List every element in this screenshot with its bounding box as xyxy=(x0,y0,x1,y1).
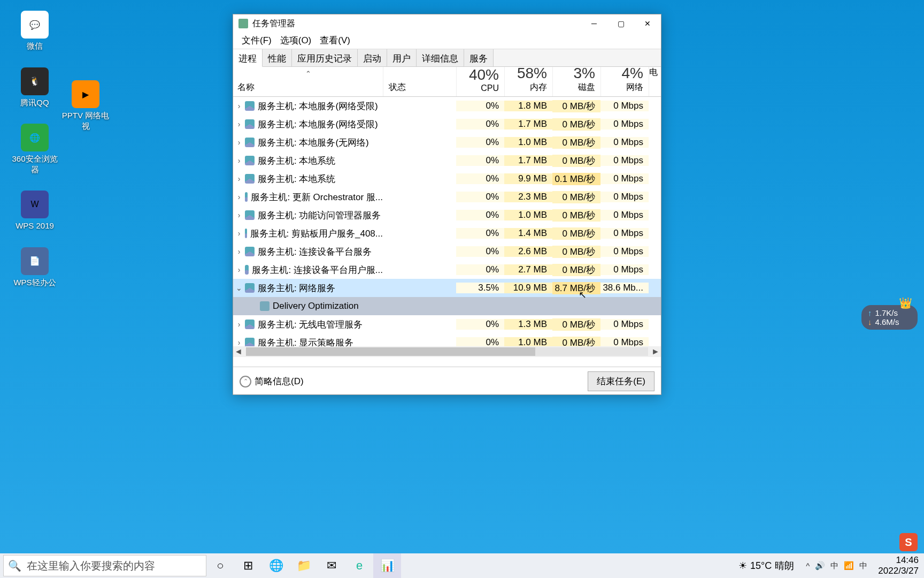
expand-icon[interactable]: › xyxy=(233,211,245,219)
cell-net: 0 Mbps xyxy=(600,119,649,130)
process-name: 服务主机: 本地系统 xyxy=(245,173,383,185)
table-row[interactable]: ›服务主机: 连接设备平台服务0%2.6 MB0 MB/秒0 Mbps xyxy=(233,242,661,261)
expand-icon[interactable]: › xyxy=(233,193,245,201)
desktop-icon[interactable]: 📄WPS轻办公 xyxy=(11,247,59,288)
cell-cpu: 0% xyxy=(456,264,504,275)
tray-volume-icon[interactable]: 🔊 xyxy=(815,561,825,571)
desktop-icon[interactable]: 🌐360安全浏览器 xyxy=(11,124,59,174)
gear-icon xyxy=(245,192,248,202)
table-row[interactable]: ›服务主机: 本地系统0%1.7 MB0 MB/秒0 Mbps xyxy=(233,151,661,170)
table-row[interactable]: ›服务主机: 功能访问管理器服务0%1.0 MB0 MB/秒0 Mbps xyxy=(233,206,661,224)
menu-file[interactable]: 文件(F) xyxy=(237,33,276,49)
minimize-button[interactable]: ─ xyxy=(581,14,607,33)
h-scrollbar[interactable]: ◄ ► xyxy=(233,346,661,357)
table-row[interactable]: ›服务主机: 无线电管理服务0%1.3 MB0 MB/秒0 Mbps xyxy=(233,315,661,333)
col-disk[interactable]: 3% 磁盘 xyxy=(552,67,600,96)
cell-mem: 2.6 MB xyxy=(504,246,552,257)
search-icon: 🔍 xyxy=(8,559,21,572)
tab-app-history[interactable]: 应用历史记录 xyxy=(292,49,358,66)
expand-icon[interactable]: › xyxy=(233,247,245,256)
maximize-button[interactable]: ▢ xyxy=(607,14,634,33)
col-memory[interactable]: 58% 内存 xyxy=(504,67,552,96)
scroll-track[interactable] xyxy=(246,347,648,356)
desktop-icon[interactable]: ▶PPTV 网络电视 xyxy=(61,80,110,131)
scroll-thumb[interactable] xyxy=(246,347,535,356)
tray-wifi-icon[interactable]: 📶 xyxy=(844,561,854,571)
chevron-up-icon: ⌃ xyxy=(240,376,251,387)
desktop-icon[interactable]: 🐧腾讯QQ xyxy=(11,67,59,108)
titlebar[interactable]: 任务管理器 ─ ▢ ✕ xyxy=(233,14,661,33)
clock[interactable]: 14:46 2022/3/27 xyxy=(873,555,924,576)
system-tray[interactable]: ^ 🔊 中 📶 中 xyxy=(800,561,873,571)
cortana-icon[interactable]: ○ xyxy=(206,553,234,578)
app-icon xyxy=(238,19,248,28)
desktop-icon[interactable]: 💬微信 xyxy=(11,11,59,51)
cell-mem: 1.0 MB xyxy=(504,337,552,346)
tab-startup[interactable]: 启动 xyxy=(358,49,387,66)
weather-widget[interactable]: ☀ 15°C 晴朗 xyxy=(732,559,800,572)
table-row[interactable]: ›服务主机: 更新 Orchestrator 服...0%2.3 MB0 MB/… xyxy=(233,188,661,206)
explorer-icon[interactable]: 📁 xyxy=(290,553,318,578)
tray-lang-icon[interactable]: 中 xyxy=(859,561,867,571)
net-speed-widget[interactable]: 👑 ↑1.7K/s ↓4.6M/s xyxy=(861,305,918,330)
tab-services[interactable]: 服务 xyxy=(464,49,494,66)
col-extra[interactable]: 电 xyxy=(649,67,659,96)
expand-icon[interactable]: › xyxy=(233,320,245,329)
mail-icon[interactable]: ✉ xyxy=(318,553,345,578)
tab-processes[interactable]: 进程 xyxy=(233,49,263,67)
tray-ime-icon[interactable]: 中 xyxy=(830,561,838,571)
process-name: 服务主机: 本地服务(网络受限) xyxy=(245,118,383,131)
expand-icon[interactable]: ⌄ xyxy=(233,284,245,292)
expand-icon[interactable]: › xyxy=(233,102,245,110)
cell-disk: 0.1 MB/秒 xyxy=(552,173,600,185)
tray-chevron-icon[interactable]: ^ xyxy=(806,561,810,571)
menu-options[interactable]: 选项(O) xyxy=(276,33,316,49)
col-cpu[interactable]: 40% CPU xyxy=(456,67,504,96)
menu-view[interactable]: 查看(V) xyxy=(315,33,355,49)
scroll-right-icon[interactable]: ► xyxy=(650,347,661,356)
tab-performance[interactable]: 性能 xyxy=(263,49,292,66)
table-row[interactable]: ⌄服务主机: 网络服务3.5%10.9 MB8.7 MB/秒38.6 Mb... xyxy=(233,279,661,297)
search-box[interactable]: 🔍 在这里输入你要搜索的内容 xyxy=(3,555,206,576)
table-row[interactable]: ›服务主机: 剪贴板用户服务_408...0%1.4 MB0 MB/秒0 Mbp… xyxy=(233,224,661,242)
col-network[interactable]: 4% 网络 xyxy=(600,67,649,96)
table-row[interactable]: ›服务主机: 显示策略服务0%1.0 MB0 MB/秒0 Mbps xyxy=(233,333,661,346)
cell-disk: 0 MB/秒 xyxy=(552,191,600,203)
expand-icon[interactable]: › xyxy=(233,174,245,183)
table-row[interactable]: ›服务主机: 本地服务(无网络)0%1.0 MB0 MB/秒0 Mbps xyxy=(233,133,661,151)
browser-icon[interactable]: e xyxy=(345,553,373,578)
scroll-left-icon[interactable]: ◄ xyxy=(233,347,244,356)
process-name: 服务主机: 连接设备平台用户服... xyxy=(245,264,383,276)
table-row[interactable]: ›服务主机: 本地服务(网络受限)0%1.8 MB0 MB/秒0 Mbps xyxy=(233,97,661,115)
close-button[interactable]: ✕ xyxy=(634,14,661,33)
expand-icon[interactable]: › xyxy=(233,229,245,238)
taskmgr-icon[interactable]: 📊 xyxy=(373,553,401,578)
cell-net: 0 Mbps xyxy=(600,228,649,239)
desktop-icon-label: 微信 xyxy=(11,41,59,51)
cell-cpu: 0% xyxy=(456,101,504,111)
cell-disk: 0 MB/秒 xyxy=(552,209,600,222)
table-row[interactable]: ›服务主机: 本地服务(网络受限)0%1.7 MB0 MB/秒0 Mbps xyxy=(233,115,661,133)
grid-body[interactable]: ›服务主机: 本地服务(网络受限)0%1.8 MB0 MB/秒0 Mbps›服务… xyxy=(233,97,661,346)
edge-icon[interactable]: 🌐 xyxy=(262,553,290,578)
table-row[interactable]: ›服务主机: 本地系统0%9.9 MB0.1 MB/秒0 Mbps xyxy=(233,170,661,188)
end-task-button[interactable]: 结束任务(E) xyxy=(588,371,654,391)
tab-users[interactable]: 用户 xyxy=(387,49,417,66)
task-manager-window: 任务管理器 ─ ▢ ✕ 文件(F) 选项(O) 查看(V) 进程 性能 应用历史… xyxy=(233,14,661,395)
col-state[interactable]: 状态 xyxy=(383,67,456,96)
table-row[interactable]: ›服务主机: 连接设备平台用户服...0%2.7 MB0 MB/秒0 Mbps xyxy=(233,261,661,279)
sogou-ime-icon[interactable]: S xyxy=(899,533,918,551)
desktop-icon[interactable]: WWPS 2019 xyxy=(11,191,59,231)
tab-details[interactable]: 详细信息 xyxy=(417,49,464,66)
expand-icon[interactable]: › xyxy=(233,265,245,274)
table-row[interactable]: Delivery Optimization xyxy=(233,297,661,315)
expand-icon[interactable]: › xyxy=(233,138,245,147)
fewer-details-button[interactable]: ⌃ 简略信息(D) xyxy=(240,375,304,387)
expand-icon[interactable]: › xyxy=(233,338,245,346)
expand-icon[interactable]: › xyxy=(233,120,245,128)
cell-mem: 1.7 MB xyxy=(504,119,552,130)
cell-mem: 10.9 MB xyxy=(504,283,552,293)
col-name[interactable]: ⌃ 名称 xyxy=(233,67,383,96)
expand-icon[interactable]: › xyxy=(233,156,245,165)
task-view-icon[interactable]: ⊞ xyxy=(234,553,262,578)
